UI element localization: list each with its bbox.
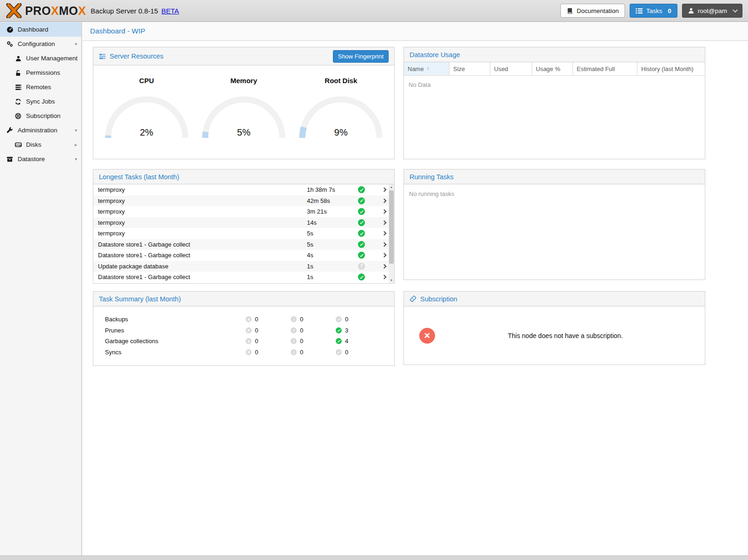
scroll-up-icon[interactable]: ▲ [389, 185, 394, 189]
ok-count-icon [336, 338, 342, 344]
memory-gauge: Memory 5% [197, 77, 290, 140]
server-resources-panel: Server Resources Show Fingerprint CPU 2% [93, 47, 395, 159]
sidebar-item-configuration[interactable]: Configuration ▾ [0, 37, 81, 51]
column-header-size[interactable]: Size [449, 62, 490, 75]
sidebar-item-sync-jobs[interactable]: Sync Jobs [0, 94, 81, 109]
chevron-down-icon [733, 7, 738, 13]
task-status-icon [358, 241, 365, 248]
task-status-icon [358, 186, 365, 193]
wrench-icon [6, 127, 14, 134]
task-row[interactable]: termproxy 42m 58s [93, 195, 394, 207]
task-row[interactable]: Datastore store1 - Garbage collect 1s [93, 272, 394, 283]
ok-count-icon [336, 327, 342, 333]
collapse-arrow-icon[interactable]: ▾ [75, 41, 77, 46]
task-status-icon [358, 197, 365, 204]
task-summary-panel: Task Summary (last Month) Backups 0 0 0 … [93, 291, 395, 366]
root-disk-gauge: Root Disk 9% [294, 77, 387, 140]
task-status-icon [358, 273, 365, 280]
task-row[interactable]: Update package database 1s [93, 261, 394, 272]
user-icon [688, 7, 694, 14]
column-header-usage-pct[interactable]: Usage % [532, 62, 573, 75]
error-count-icon [246, 316, 252, 322]
subscription-header: Subscription [404, 292, 705, 306]
task-status-icon [358, 208, 365, 215]
running-tasks-panel: Running Tasks No running tasks [403, 169, 705, 280]
sidebar-nav: Dashboard Configuration ▾ User [0, 22, 82, 555]
task-status-icon [358, 219, 365, 226]
error-count-icon [246, 327, 252, 333]
task-row[interactable]: termproxy 14s [93, 217, 394, 228]
datastore-usage-empty-text: No Data [404, 76, 705, 94]
collapse-arrow-icon[interactable]: ▾ [75, 156, 77, 162]
show-fingerprint-button[interactable]: Show Fingerprint [333, 50, 389, 63]
subscription-panel: Subscription × This node does not have a… [403, 291, 705, 365]
scroll-down-icon[interactable]: ▼ [389, 279, 394, 282]
root-disk-gauge-value: 9% [297, 127, 385, 138]
summary-row: Prunes 0 0 3 [93, 325, 394, 336]
scrollbar-thumb[interactable] [389, 190, 394, 264]
task-row[interactable]: termproxy 5s [93, 228, 394, 239]
column-header-history[interactable]: History (last Month) [637, 62, 705, 75]
documentation-button[interactable]: Documentation [560, 4, 625, 18]
task-status-icon [358, 230, 365, 237]
server-resources-icon [99, 53, 106, 59]
user-menu-button[interactable]: root@pam [682, 4, 742, 18]
subscription-message: This node does not have a subscription. [435, 332, 705, 339]
task-list-icon [636, 8, 643, 14]
sidebar-item-remotes[interactable]: Remotes [0, 80, 81, 94]
running-tasks-header: Running Tasks [404, 169, 705, 184]
warning-count-icon [291, 349, 297, 355]
sidebar-item-administration[interactable]: Administration ▾ [0, 123, 81, 137]
sidebar-item-disks[interactable]: Disks ▸ [0, 137, 81, 152]
task-row[interactable]: Datastore store1 - Garbage collect 4s [93, 250, 394, 261]
vertical-scrollbar[interactable]: ▲ ▼ [389, 184, 394, 283]
book-icon [566, 7, 573, 14]
proxmox-logo: PROXMOX [6, 3, 86, 18]
no-subscription-icon: × [419, 328, 435, 344]
longest-tasks-list: termproxy 1h 38m 7s termproxy 42m 58s te… [93, 184, 394, 283]
column-header-used[interactable]: Used [490, 62, 532, 75]
hdd-icon [14, 142, 22, 148]
task-summary-table: Backups 0 0 0 Prunes 0 0 3 Garbage colle… [93, 306, 394, 358]
beta-link[interactable]: BETA [161, 7, 179, 15]
proxmox-x-logo-icon [6, 3, 22, 18]
cpu-gauge: CPU 2% [100, 77, 193, 140]
sidebar-item-datastore[interactable]: Datastore ▾ [0, 152, 81, 166]
column-header-name[interactable]: Name ↑ [404, 62, 449, 75]
sidebar-item-subscription[interactable]: Subscription [0, 109, 81, 123]
sidebar-item-user-management[interactable]: User Management [0, 51, 81, 65]
user-icon [14, 55, 22, 62]
bottom-scrollbar-strip[interactable] [0, 555, 748, 560]
sidebar-item-permissions[interactable]: Permissions [0, 65, 81, 80]
task-summary-header: Task Summary (last Month) [93, 292, 394, 306]
warning-count-icon [291, 338, 297, 344]
page-title: Dashboard - WIP [83, 22, 748, 41]
unlock-icon [14, 70, 22, 76]
task-row[interactable]: termproxy 1h 38m 7s [93, 184, 394, 195]
task-row[interactable]: Datastore store1 - Garbage collect 5s [93, 239, 394, 250]
sidebar-item-dashboard[interactable]: Dashboard [0, 22, 81, 37]
longest-tasks-panel: Longest Tasks (last Month) termproxy 1h … [93, 169, 395, 284]
ticket-icon [410, 295, 416, 302]
summary-row: Garbage collections 0 0 4 [93, 336, 394, 347]
gears-icon [6, 40, 14, 47]
tasks-button[interactable]: Tasks 0 [630, 4, 677, 18]
ok-count-icon [336, 349, 342, 355]
column-header-estimated-full[interactable]: Estimated Full [573, 62, 637, 75]
cpu-gauge-value: 2% [103, 127, 191, 138]
task-status-icon [358, 263, 365, 270]
datastore-archive-icon [6, 156, 14, 163]
task-row[interactable]: termproxy 3m 21s [93, 206, 394, 217]
collapse-arrow-icon[interactable]: ▾ [75, 128, 77, 133]
datastore-usage-panel: Datastore Usage Name ↑ Size Used Usage %… [403, 47, 705, 159]
task-status-icon [358, 252, 365, 259]
life-ring-icon [14, 113, 22, 119]
summary-row: Syncs 0 0 0 [93, 347, 394, 358]
tachometer-icon [6, 26, 14, 33]
sort-ascending-icon: ↑ [427, 65, 429, 72]
error-count-icon [246, 349, 252, 355]
header-buttons: Documentation Tasks 0 root@pam [560, 4, 742, 18]
server-resources-header: Server Resources Show Fingerprint [93, 47, 394, 65]
dashboard-content: Server Resources Show Fingerprint CPU 2% [83, 41, 748, 555]
expand-arrow-icon[interactable]: ▸ [75, 142, 77, 147]
